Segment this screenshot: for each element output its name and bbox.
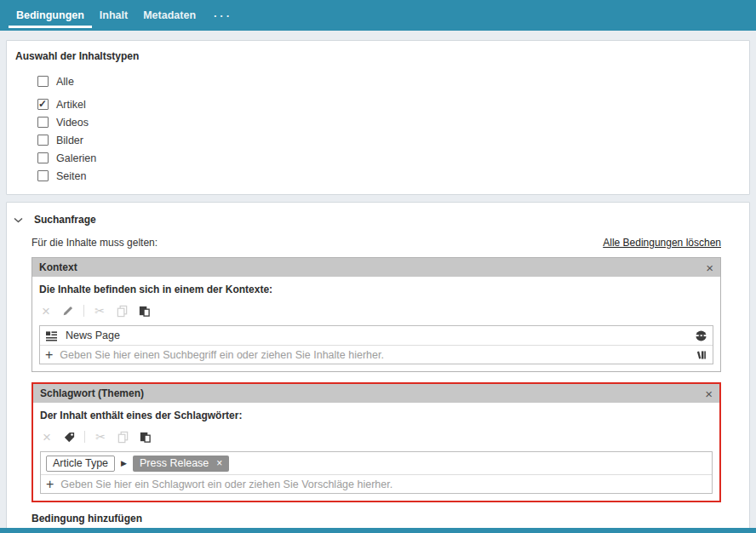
close-icon[interactable]: ×: [705, 387, 713, 400]
condition-header: Kontext ×: [32, 258, 720, 277]
condition-box-kontext: Kontext × Die Inhalte befinden sich in e…: [32, 257, 721, 372]
tag-path-row: Article Type ▶ Press Release ×: [41, 452, 712, 474]
condition-box-schlagwort: Schlagwort (Themen) × Der Inhalt enthält…: [32, 382, 721, 502]
tab-bedingungen[interactable]: Bedingungen: [9, 0, 92, 31]
paste-icon[interactable]: [137, 304, 151, 318]
clear-all-conditions-link[interactable]: Alle Bedingungen löschen: [603, 237, 721, 249]
content-types-panel: Auswahl der Inhaltstypen Alle Artikel Vi…: [6, 40, 750, 195]
checkbox-label: Bilder: [56, 135, 83, 146]
checkbox-label: Videos: [56, 117, 89, 129]
checkbox-row-seiten[interactable]: Seiten: [37, 167, 741, 185]
toolbar-divider: [84, 431, 85, 443]
paste-icon[interactable]: [138, 430, 152, 444]
copy-icon[interactable]: [116, 430, 129, 444]
condition-description: Die Inhalte befinden sich in einem der K…: [39, 284, 713, 295]
condition-toolbar: × ✂: [39, 302, 713, 319]
edit-pencil-icon[interactable]: [61, 304, 75, 318]
condition-body: Die Inhalte befinden sich in einem der K…: [32, 277, 720, 371]
tab-bar: Bedingungen Inhalt Metadaten ···: [0, 0, 756, 31]
page-layout-icon: [45, 330, 58, 341]
condition-title: Kontext: [39, 261, 77, 273]
cut-scissors-icon[interactable]: ✂: [94, 430, 107, 444]
condition-toolbar: × ✂: [40, 428, 713, 445]
tag-icon[interactable]: [62, 430, 76, 444]
library-browse-icon[interactable]: [696, 349, 707, 361]
context-item-list: News Page + Geben Sie hier einen Suchbeg…: [39, 325, 713, 364]
checkbox-row-artikel[interactable]: Artikel: [37, 95, 741, 113]
tab-inhalt[interactable]: Inhalt: [92, 0, 135, 31]
search-query-panel: Suchanfrage Für die Inhalte muss gelten:…: [6, 202, 750, 533]
plus-icon[interactable]: +: [45, 347, 53, 363]
remove-icon[interactable]: ×: [39, 304, 53, 318]
bottom-accent-strip: [0, 528, 756, 533]
checkbox-row-videos[interactable]: Videos: [37, 113, 741, 131]
cut-scissors-icon[interactable]: ✂: [93, 304, 106, 318]
checkbox-label: Galerien: [56, 152, 96, 164]
remove-icon[interactable]: ×: [40, 430, 54, 444]
conditions-container: Kontext × Die Inhalte befinden sich in e…: [32, 257, 721, 502]
plus-icon[interactable]: +: [46, 477, 54, 492]
context-item-row[interactable]: News Page: [40, 326, 713, 345]
tab-metadaten[interactable]: Metadaten: [135, 0, 203, 31]
search-query-header: Suchanfrage: [7, 209, 749, 226]
collapse-chevron-icon[interactable]: [14, 217, 23, 223]
main-content: Auswahl der Inhaltstypen Alle Artikel Vi…: [0, 31, 756, 528]
site-globe-icon[interactable]: [695, 330, 707, 342]
triangle-right-icon: ▶: [121, 459, 127, 467]
tag-parent-chip[interactable]: Article Type: [46, 456, 115, 472]
tag-search-input-row[interactable]: + Geben Sie hier ein Schlagwort ein oder…: [41, 474, 712, 493]
add-condition-label: Bedingung hinzufügen: [32, 513, 146, 524]
context-search-placeholder: Geben Sie hier einen Suchbegriff ein ode…: [60, 349, 696, 361]
content-types-title: Auswahl der Inhaltstypen: [15, 50, 741, 62]
checkbox-row-bilder[interactable]: Bilder: [37, 131, 741, 149]
toolbar-divider: [83, 305, 84, 317]
conditions-intro-label: Für die Inhalte muss gelten:: [32, 237, 158, 249]
checkbox-artikel[interactable]: [37, 99, 49, 110]
copy-icon[interactable]: [115, 304, 129, 318]
condition-header: Schlagwort (Themen) ×: [33, 384, 719, 403]
tab-more[interactable]: ···: [203, 0, 243, 31]
content-type-list: Alle Artikel Videos Bilder Galerien Seit…: [15, 72, 741, 185]
checkbox-label: Seiten: [56, 170, 86, 182]
close-icon[interactable]: ×: [706, 261, 713, 274]
condition-title: Schlagwort (Themen): [40, 387, 144, 399]
context-item-label: News Page: [66, 330, 695, 341]
search-query-subrow: Für die Inhalte muss gelten: Alle Beding…: [32, 237, 721, 249]
checkbox-bilder[interactable]: [37, 135, 49, 146]
tag-search-placeholder: Geben Sie hier ein Schlagwort ein oder z…: [60, 479, 707, 490]
checkbox-videos[interactable]: [37, 117, 49, 128]
search-query-title: Suchanfrage: [34, 214, 96, 226]
tag-leaf-label: Press Release: [140, 457, 209, 469]
checkbox-alle[interactable]: [37, 76, 49, 87]
condition-body: Der Inhalt enthält eines der Schlagwörte…: [33, 403, 719, 501]
remove-tag-icon[interactable]: ×: [216, 457, 222, 469]
tag-item-list: Article Type ▶ Press Release × + Geben S…: [40, 451, 713, 494]
tag-leaf-chip[interactable]: Press Release ×: [133, 456, 229, 472]
checkbox-row-galerien[interactable]: Galerien: [37, 149, 741, 167]
checkbox-label: Alle: [56, 76, 74, 88]
context-search-input-row[interactable]: + Geben Sie hier einen Suchbegriff ein o…: [40, 345, 713, 364]
checkbox-label: Artikel: [56, 99, 86, 111]
checkbox-seiten[interactable]: [37, 170, 49, 181]
checkbox-row-alle[interactable]: Alle: [37, 72, 741, 90]
condition-description: Der Inhalt enthält eines der Schlagwörte…: [40, 410, 713, 421]
checkbox-galerien[interactable]: [37, 152, 49, 163]
